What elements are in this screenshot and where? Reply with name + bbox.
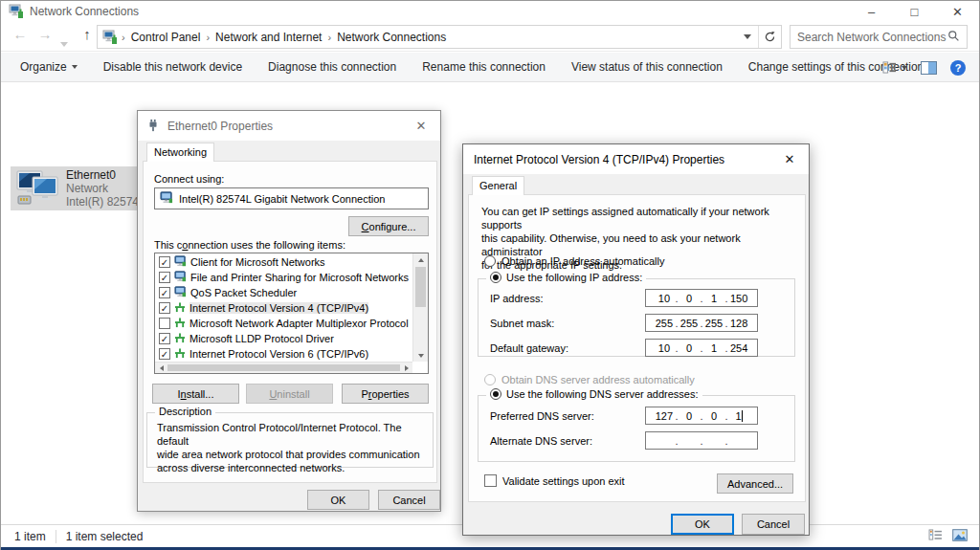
uninstall-button[interactable]: Uninstall bbox=[246, 384, 333, 404]
address-bar[interactable]: ›Control Panel›Network and Internet›Netw… bbox=[97, 25, 782, 49]
help-icon[interactable]: ? bbox=[950, 60, 966, 76]
ip-address-groupbox: Use the following IP address: IP address… bbox=[478, 278, 795, 357]
octet-value: 255 bbox=[654, 318, 674, 329]
minimize-button[interactable]: – bbox=[850, 1, 893, 22]
configure-button[interactable]: Configure... bbox=[348, 216, 429, 236]
ipv4-ok-button[interactable]: OK bbox=[671, 514, 734, 535]
ip-octet-field[interactable]: 10.0.1.254 bbox=[645, 339, 758, 357]
radio-use-ip[interactable]: Use the following IP address: bbox=[486, 272, 646, 283]
ip-octet-field[interactable]: ... bbox=[645, 431, 758, 450]
breadcrumb-item[interactable]: Network and Internet bbox=[210, 31, 327, 44]
ipv4-dialog-titlebar: Internet Protocol Version 4 (TCP/IPv4) P… bbox=[463, 144, 809, 174]
ip-octet-field[interactable]: 127.0.0.1 bbox=[645, 407, 758, 425]
checked-checkbox-icon[interactable]: ✓ bbox=[159, 272, 170, 283]
connection-item[interactable]: ✓QoS Packet Scheduler bbox=[155, 285, 412, 300]
search-input[interactable] bbox=[791, 31, 947, 44]
radio-obtain-ip-circle-icon bbox=[484, 255, 496, 267]
breadcrumb: ›Control Panel›Network and Internet›Netw… bbox=[122, 31, 737, 44]
unchecked-checkbox-icon[interactable] bbox=[159, 318, 170, 329]
refresh-icon[interactable] bbox=[758, 26, 781, 48]
checked-checkbox-icon[interactable]: ✓ bbox=[159, 287, 170, 298]
octet-dot: . bbox=[725, 293, 728, 304]
ipv4-dialog-close-icon[interactable]: ✕ bbox=[770, 144, 809, 174]
history-chevron-icon[interactable] bbox=[60, 33, 68, 51]
checked-checkbox-icon[interactable]: ✓ bbox=[159, 348, 170, 360]
validate-checkbox[interactable]: Validate settings upon exit bbox=[484, 474, 625, 487]
search-icon[interactable] bbox=[947, 29, 960, 46]
ethernet-ok-button[interactable]: OK bbox=[307, 490, 369, 510]
horizontal-scroll-thumb[interactable] bbox=[167, 364, 400, 371]
up-icon[interactable]: ↑ bbox=[76, 26, 99, 42]
octet-value: 0 bbox=[679, 410, 699, 422]
checked-checkbox-icon[interactable]: ✓ bbox=[159, 256, 170, 268]
connection-items-list[interactable]: ✓Client for Microsoft Networks✓File and … bbox=[154, 253, 429, 374]
ethernet-dialog-title: Ethernet0 Properties bbox=[167, 120, 273, 133]
tab-networking[interactable]: Networking bbox=[146, 143, 214, 162]
ip-field-label: Preferred DNS server: bbox=[490, 410, 645, 422]
connection-items-label: This connection uses the following items… bbox=[154, 239, 345, 251]
address-location-icon bbox=[102, 30, 118, 45]
octet-dot: . bbox=[725, 410, 728, 422]
radio-obtain-ip[interactable]: Obtain an IP address automatically bbox=[484, 255, 664, 267]
list-horizontal-scrollbar[interactable] bbox=[155, 362, 412, 373]
checked-checkbox-icon[interactable]: ✓ bbox=[159, 333, 170, 344]
large-icons-view-icon[interactable] bbox=[952, 529, 968, 544]
adapter-name: Intel(R) 82574L Gigabit Network Connecti… bbox=[179, 193, 385, 205]
octet-value: 10 bbox=[654, 293, 674, 304]
organize-label: Organize bbox=[20, 60, 67, 74]
preview-pane-icon[interactable] bbox=[921, 61, 937, 75]
octet-value: 1 bbox=[729, 410, 749, 422]
search-box[interactable] bbox=[790, 25, 968, 49]
network-plug-icon bbox=[146, 119, 162, 134]
scroll-down-icon[interactable] bbox=[413, 349, 428, 362]
details-view-icon[interactable] bbox=[928, 529, 943, 543]
change-view-button[interactable] bbox=[882, 61, 907, 74]
octet-dot: . bbox=[700, 342, 702, 354]
maximize-button[interactable]: □ bbox=[893, 1, 936, 22]
radio-obtain-dns: Obtain DNS server address automatically bbox=[484, 374, 695, 385]
checked-checkbox-icon[interactable]: ✓ bbox=[159, 302, 170, 314]
items-count: 1 item bbox=[14, 530, 46, 543]
tab-general[interactable]: General bbox=[472, 176, 524, 195]
octet-value: 127 bbox=[654, 410, 674, 422]
address-dropdown-icon[interactable] bbox=[737, 26, 758, 48]
back-icon[interactable]: ← bbox=[9, 26, 32, 42]
scroll-right-icon[interactable] bbox=[400, 363, 412, 373]
command-toolbar: Organize Disable this network deviceDiag… bbox=[1, 53, 979, 82]
toolbar-command[interactable]: Disable this network device bbox=[103, 60, 242, 74]
scroll-left-icon[interactable] bbox=[155, 363, 167, 373]
connection-item[interactable]: ✓Internet Protocol Version 6 (TCP/IPv6) bbox=[155, 346, 412, 362]
list-vertical-scrollbar[interactable] bbox=[412, 253, 428, 362]
ip-octet-field[interactable]: 10.0.1.150 bbox=[645, 289, 758, 307]
connection-item[interactable]: Microsoft Network Adapter Multiplexor Pr… bbox=[155, 316, 412, 331]
ethernet-dialog-close-icon[interactable]: ✕ bbox=[402, 111, 440, 141]
ip-octet-field[interactable]: 255.255.255.128 bbox=[645, 314, 758, 332]
radio-obtain-dns-label: Obtain DNS server address automatically bbox=[501, 374, 695, 385]
connection-item[interactable]: ✓Microsoft LLDP Protocol Driver bbox=[155, 331, 412, 346]
breadcrumb-item[interactable]: Control Panel bbox=[125, 31, 207, 44]
connection-item[interactable]: ✓File and Printer Sharing for Microsoft … bbox=[155, 270, 412, 285]
ipv4-cancel-button[interactable]: Cancel bbox=[742, 514, 805, 535]
ethernet-properties-dialog: Ethernet0 Properties ✕ Networking Connec… bbox=[137, 110, 441, 512]
toolbar-command[interactable]: Diagnose this connection bbox=[268, 60, 396, 74]
connection-item[interactable]: ✓Internet Protocol Version 4 (TCP/IPv4) bbox=[155, 300, 412, 316]
octet-dot: . bbox=[700, 318, 702, 329]
ethernet-adapter-icon bbox=[16, 170, 58, 207]
organize-button[interactable]: Organize bbox=[20, 60, 78, 74]
radio-use-dns[interactable]: Use the following DNS server addresses: bbox=[486, 388, 702, 400]
breadcrumb-item[interactable]: Network Connections bbox=[331, 31, 452, 44]
vertical-scroll-thumb[interactable] bbox=[415, 267, 426, 307]
properties-button[interactable]: Properties bbox=[342, 384, 429, 404]
forward-icon[interactable]: → bbox=[33, 26, 56, 42]
scroll-up-icon[interactable] bbox=[413, 253, 428, 266]
toolbar-command[interactable]: Rename this connection bbox=[422, 60, 546, 74]
install-button[interactable]: Install... bbox=[152, 384, 239, 404]
advanced-button[interactable]: Advanced... bbox=[717, 473, 793, 494]
connection-item[interactable]: ✓Client for Microsoft Networks bbox=[155, 254, 412, 270]
connection-item-label: Internet Protocol Version 6 (TCP/IPv6) bbox=[189, 348, 368, 360]
close-button[interactable]: ✕ bbox=[936, 1, 979, 22]
ethernet-cancel-button[interactable]: Cancel bbox=[378, 490, 440, 510]
ip-field-row: IP address:10.0.1.150 bbox=[490, 289, 758, 307]
ip-field-row: Subnet mask:255.255.255.128 bbox=[490, 314, 758, 332]
toolbar-command[interactable]: View status of this connection bbox=[571, 60, 723, 74]
